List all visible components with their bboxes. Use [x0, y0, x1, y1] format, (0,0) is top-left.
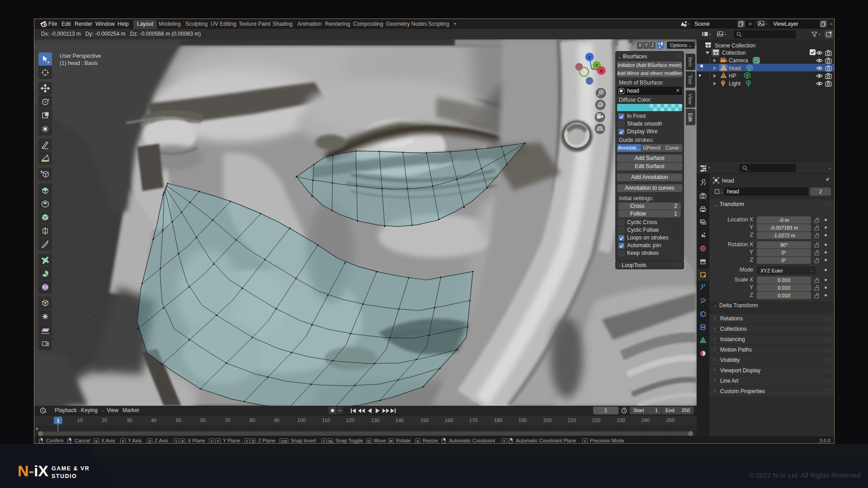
- svg-text:1: 1: [57, 418, 59, 423]
- svg-text:50: 50: [176, 418, 181, 423]
- svg-text:150: 150: [420, 418, 429, 423]
- svg-text:Scene Collection: Scene Collection: [715, 42, 755, 49]
- svg-text:Camera: Camera: [729, 57, 748, 64]
- svg-text:Z: Z: [588, 55, 591, 60]
- svg-text:70: 70: [225, 418, 230, 423]
- svg-text:90: 90: [274, 418, 279, 423]
- svg-text:30: 30: [127, 418, 132, 423]
- svg-text:130: 130: [371, 418, 379, 423]
- svg-text:140: 140: [396, 418, 404, 423]
- svg-text:220: 220: [592, 418, 600, 423]
- svg-text:190: 190: [519, 418, 527, 423]
- svg-text:head: head: [729, 65, 741, 71]
- svg-text:160: 160: [445, 418, 453, 423]
- svg-text:40: 40: [151, 418, 156, 423]
- svg-text:60: 60: [200, 418, 206, 423]
- svg-text:210: 210: [568, 418, 576, 423]
- svg-text:170: 170: [469, 418, 477, 423]
- svg-text:10: 10: [77, 418, 83, 423]
- svg-text:180: 180: [494, 418, 502, 423]
- svg-text:250: 250: [666, 418, 675, 423]
- svg-text:Y: Y: [595, 63, 598, 68]
- svg-text:110: 110: [322, 418, 330, 423]
- svg-text:100: 100: [297, 418, 306, 423]
- svg-text:120: 120: [346, 418, 354, 423]
- svg-text:80: 80: [250, 418, 255, 423]
- svg-text:200: 200: [543, 418, 552, 423]
- svg-text:Collection: Collection: [722, 50, 746, 56]
- svg-text:HP: HP: [729, 73, 736, 79]
- svg-text:X: X: [600, 69, 603, 73]
- svg-text:Light: Light: [729, 80, 741, 87]
- svg-text:240: 240: [642, 418, 650, 423]
- svg-text:20: 20: [102, 418, 107, 423]
- svg-text:230: 230: [617, 418, 625, 423]
